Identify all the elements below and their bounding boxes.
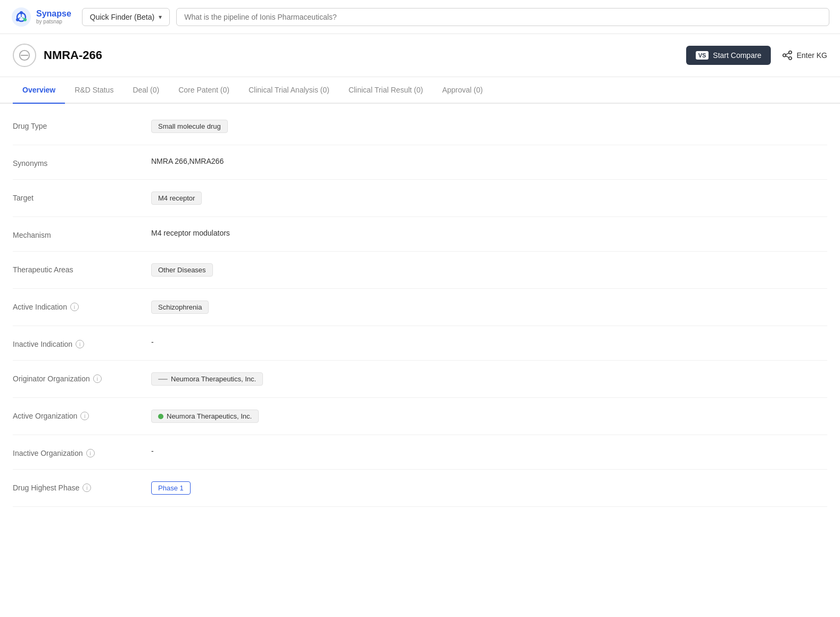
active-org-tag[interactable]: Neumora Therapeutics, Inc. — [151, 410, 259, 423]
inactive-org-value: - — [151, 447, 827, 455]
field-row-mechanism: Mechanism M4 receptor modulators — [13, 217, 827, 252]
drug-highest-phase-tag[interactable]: Phase 1 — [151, 481, 191, 495]
synonyms-text: NMRA 266,NMRA266 — [151, 157, 224, 165]
drug-highest-phase-label: Drug Highest Phase i — [13, 481, 151, 492]
inactive-indication-value: - — [151, 338, 827, 346]
inactive-indication-label: Inactive Indication i — [13, 338, 151, 348]
vs-badge: VS — [696, 51, 709, 60]
therapeutic-areas-value: Other Diseases — [151, 263, 827, 277]
drug-highest-phase-info-icon[interactable]: i — [83, 483, 91, 492]
tab-core-patent[interactable]: Core Patent (0) — [169, 77, 239, 104]
tab-clinical-trial-result[interactable]: Clinical Trial Result (0) — [339, 77, 433, 104]
synonyms-value: NMRA 266,NMRA266 — [151, 157, 827, 165]
svg-point-2 — [20, 11, 23, 14]
synonyms-label: Synonyms — [13, 157, 151, 168]
active-indication-info-icon[interactable]: i — [70, 303, 79, 311]
field-row-inactive-org: Inactive Organization i - — [13, 435, 827, 470]
originator-org-tag[interactable]: Neumora Therapeutics, Inc. — [151, 372, 263, 386]
active-indication-value: Schizophrenia — [151, 301, 827, 314]
active-org-value: Neumora Therapeutics, Inc. — [151, 410, 827, 423]
tab-overview[interactable]: Overview — [13, 77, 65, 104]
drug-title: NMRA-266 — [44, 48, 686, 62]
target-value: M4 receptor — [151, 191, 827, 205]
start-compare-button[interactable]: VS Start Compare — [686, 46, 771, 65]
field-row-target: Target M4 receptor — [13, 180, 827, 217]
field-row-drug-highest-phase: Drug Highest Phase i Phase 1 — [13, 470, 827, 507]
quick-finder-button[interactable]: Quick Finder (Beta) ▾ — [82, 8, 170, 26]
tab-clinical-trial-analysis[interactable]: Clinical Trial Analysis (0) — [239, 77, 339, 104]
field-row-originator-org: Originator Organization i Neumora Therap… — [13, 361, 827, 398]
logo-area: Synapse by patsnap — [11, 6, 71, 28]
drug-header: NMRA-266 VS Start Compare Enter KG — [0, 34, 840, 77]
active-org-label: Active Organization i — [13, 410, 151, 420]
search-bar — [176, 8, 829, 26]
inactive-org-label: Inactive Organization i — [13, 447, 151, 457]
field-row-active-indication: Active Indication i Schizophrenia — [13, 289, 827, 326]
drug-type-tag[interactable]: Small molecule drug — [151, 120, 228, 133]
header-actions: VS Start Compare Enter KG — [686, 46, 827, 65]
svg-line-14 — [786, 56, 789, 57]
mechanism-label: Mechanism — [13, 229, 151, 239]
org-dot-icon — [158, 414, 163, 419]
enter-kg-label: Enter KG — [796, 51, 827, 60]
inactive-org-dash: - — [151, 447, 154, 455]
target-tag[interactable]: M4 receptor — [151, 191, 202, 205]
therapeutic-areas-label: Therapeutic Areas — [13, 263, 151, 274]
mechanism-text: M4 receptor modulators — [151, 229, 230, 237]
tab-deal[interactable]: Deal (0) — [123, 77, 169, 104]
therapeutic-areas-tag[interactable]: Other Diseases — [151, 263, 213, 277]
drug-icon — [13, 44, 36, 67]
active-org-info-icon[interactable]: i — [80, 412, 89, 420]
field-row-therapeutic-areas: Therapeutic Areas Other Diseases — [13, 252, 827, 289]
tab-approval[interactable]: Approval (0) — [433, 77, 492, 104]
field-row-synonyms: Synonyms NMRA 266,NMRA266 — [13, 145, 827, 180]
tabs-bar: Overview R&D Status Deal (0) Core Patent… — [0, 77, 840, 104]
originator-org-label: Originator Organization i — [13, 372, 151, 383]
logo-sub-text: by patsnap — [36, 19, 71, 24]
active-indication-label: Active Indication i — [13, 301, 151, 311]
field-row-active-org: Active Organization i Neumora Therapeuti… — [13, 398, 827, 435]
svg-line-13 — [786, 53, 789, 55]
inactive-indication-dash: - — [151, 338, 154, 346]
svg-point-12 — [789, 57, 792, 60]
drug-type-value: Small molecule drug — [151, 120, 827, 133]
svg-point-11 — [789, 51, 792, 54]
inactive-indication-info-icon[interactable]: i — [76, 340, 84, 348]
field-row-inactive-indication: Inactive Indication i - — [13, 326, 827, 361]
enter-kg-button[interactable]: Enter KG — [781, 49, 827, 61]
kg-icon — [781, 49, 793, 61]
chevron-down-icon: ▾ — [159, 13, 162, 21]
quick-finder-label: Quick Finder (Beta) — [90, 13, 154, 21]
drug-type-label: Drug Type — [13, 120, 151, 130]
logo-synapse-text: Synapse — [36, 9, 71, 19]
target-label: Target — [13, 191, 151, 202]
start-compare-label: Start Compare — [713, 51, 761, 60]
org-line-icon — [158, 379, 168, 380]
active-indication-tag[interactable]: Schizophrenia — [151, 301, 209, 314]
field-row-drug-type: Drug Type Small molecule drug — [13, 108, 827, 145]
navbar: Synapse by patsnap Quick Finder (Beta) ▾ — [0, 0, 840, 34]
drug-highest-phase-value: Phase 1 — [151, 481, 827, 495]
tab-rd-status[interactable]: R&D Status — [65, 77, 123, 104]
originator-org-value: Neumora Therapeutics, Inc. — [151, 372, 827, 386]
svg-point-10 — [783, 54, 786, 57]
originator-org-info-icon[interactable]: i — [93, 374, 102, 383]
search-input[interactable] — [184, 13, 821, 21]
logo-text: Synapse by patsnap — [36, 9, 71, 24]
mechanism-value: M4 receptor modulators — [151, 229, 827, 237]
inactive-org-info-icon[interactable]: i — [86, 449, 95, 457]
synapse-logo-icon — [11, 6, 32, 28]
overview-content: Drug Type Small molecule drug Synonyms N… — [0, 104, 840, 528]
